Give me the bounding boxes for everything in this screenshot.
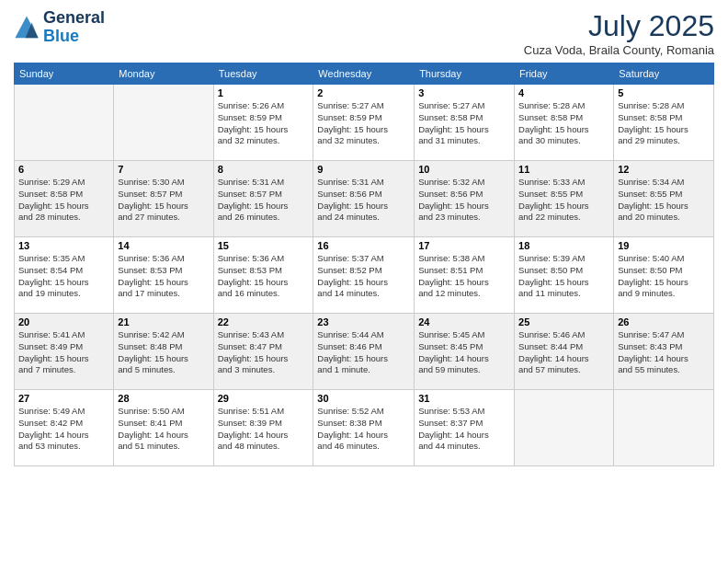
calendar-day-cell: 2Sunrise: 5:27 AMSunset: 8:59 PMDaylight… (313, 85, 415, 161)
day-info: Sunrise: 5:47 AMSunset: 8:43 PMDaylight:… (618, 329, 710, 376)
day-info: Sunrise: 5:50 AMSunset: 8:41 PMDaylight:… (118, 406, 209, 453)
day-number: 25 (518, 316, 609, 327)
calendar-day-cell: 5Sunrise: 5:28 AMSunset: 8:58 PMDaylight… (614, 85, 714, 161)
day-number: 29 (218, 393, 310, 404)
calendar-day-cell: 6Sunrise: 5:29 AMSunset: 8:58 PMDaylight… (15, 161, 114, 237)
header-saturday: Saturday (614, 63, 714, 85)
day-number: 15 (218, 240, 310, 251)
calendar-day-cell: 14Sunrise: 5:36 AMSunset: 8:53 PMDayligh… (114, 237, 213, 314)
calendar-day-cell (614, 390, 714, 466)
day-number: 19 (618, 240, 710, 251)
calendar-day-cell: 29Sunrise: 5:51 AMSunset: 8:39 PMDayligh… (213, 390, 313, 466)
day-info: Sunrise: 5:42 AMSunset: 8:48 PMDaylight:… (118, 329, 209, 376)
calendar-day-cell: 22Sunrise: 5:43 AMSunset: 8:47 PMDayligh… (213, 314, 313, 390)
calendar-week-row: 6Sunrise: 5:29 AMSunset: 8:58 PMDaylight… (15, 161, 714, 237)
day-number: 18 (518, 240, 609, 251)
calendar-day-cell: 8Sunrise: 5:31 AMSunset: 8:57 PMDaylight… (213, 161, 313, 237)
calendar-day-cell: 18Sunrise: 5:39 AMSunset: 8:50 PMDayligh… (515, 237, 614, 314)
day-info: Sunrise: 5:35 AMSunset: 8:54 PMDaylight:… (18, 253, 109, 300)
day-number: 31 (418, 393, 510, 404)
day-number: 17 (418, 240, 510, 251)
day-info: Sunrise: 5:43 AMSunset: 8:47 PMDaylight:… (218, 329, 310, 376)
calendar-day-cell: 9Sunrise: 5:31 AMSunset: 8:56 PMDaylight… (313, 161, 415, 237)
day-info: Sunrise: 5:27 AMSunset: 8:58 PMDaylight:… (418, 100, 510, 147)
day-info: Sunrise: 5:33 AMSunset: 8:55 PMDaylight:… (518, 177, 609, 224)
day-info: Sunrise: 5:36 AMSunset: 8:53 PMDaylight:… (118, 253, 209, 300)
calendar-day-cell: 25Sunrise: 5:46 AMSunset: 8:44 PMDayligh… (515, 314, 614, 390)
header-thursday: Thursday (415, 63, 515, 85)
calendar-day-cell: 12Sunrise: 5:34 AMSunset: 8:55 PMDayligh… (614, 161, 714, 237)
day-info: Sunrise: 5:27 AMSunset: 8:59 PMDaylight:… (317, 100, 410, 147)
day-number: 26 (618, 316, 710, 327)
day-number: 8 (218, 164, 310, 175)
day-info: Sunrise: 5:31 AMSunset: 8:57 PMDaylight:… (218, 177, 310, 224)
calendar-week-row: 27Sunrise: 5:49 AMSunset: 8:42 PMDayligh… (15, 390, 714, 466)
calendar-day-cell: 21Sunrise: 5:42 AMSunset: 8:48 PMDayligh… (114, 314, 213, 390)
calendar-day-cell: 15Sunrise: 5:36 AMSunset: 8:53 PMDayligh… (213, 237, 313, 314)
day-info: Sunrise: 5:52 AMSunset: 8:38 PMDaylight:… (317, 406, 410, 453)
calendar-week-row: 1Sunrise: 5:26 AMSunset: 8:59 PMDaylight… (15, 85, 714, 161)
calendar-week-row: 13Sunrise: 5:35 AMSunset: 8:54 PMDayligh… (15, 237, 714, 314)
header-wednesday: Wednesday (313, 63, 415, 85)
day-number: 23 (317, 316, 410, 327)
day-info: Sunrise: 5:53 AMSunset: 8:37 PMDaylight:… (418, 406, 510, 453)
day-info: Sunrise: 5:28 AMSunset: 8:58 PMDaylight:… (618, 100, 710, 147)
day-number: 22 (218, 316, 310, 327)
day-number: 16 (317, 240, 410, 251)
day-info: Sunrise: 5:38 AMSunset: 8:51 PMDaylight:… (418, 253, 510, 300)
day-info: Sunrise: 5:30 AMSunset: 8:57 PMDaylight:… (118, 177, 209, 224)
day-number: 11 (518, 164, 609, 175)
day-number: 30 (317, 393, 410, 404)
day-number: 27 (18, 393, 109, 404)
calendar-day-cell (515, 390, 614, 466)
day-number: 28 (118, 393, 209, 404)
day-number: 13 (18, 240, 109, 251)
logo: General Blue (14, 9, 105, 46)
calendar-day-cell: 20Sunrise: 5:41 AMSunset: 8:49 PMDayligh… (15, 314, 114, 390)
calendar-header-row: Sunday Monday Tuesday Wednesday Thursday… (15, 63, 714, 85)
day-number: 5 (618, 87, 710, 98)
calendar-day-cell: 11Sunrise: 5:33 AMSunset: 8:55 PMDayligh… (515, 161, 614, 237)
day-number: 21 (118, 316, 209, 327)
page-container: General Blue July 2025 Cuza Voda, Braila… (0, 0, 728, 476)
day-number: 10 (418, 164, 510, 175)
day-info: Sunrise: 5:37 AMSunset: 8:52 PMDaylight:… (317, 253, 410, 300)
calendar-day-cell: 4Sunrise: 5:28 AMSunset: 8:58 PMDaylight… (515, 85, 614, 161)
calendar-day-cell (15, 85, 114, 161)
calendar-day-cell: 23Sunrise: 5:44 AMSunset: 8:46 PMDayligh… (313, 314, 415, 390)
day-number: 9 (317, 164, 410, 175)
day-number: 6 (18, 164, 109, 175)
day-info: Sunrise: 5:51 AMSunset: 8:39 PMDaylight:… (218, 406, 310, 453)
calendar-day-cell: 19Sunrise: 5:40 AMSunset: 8:50 PMDayligh… (614, 237, 714, 314)
calendar-day-cell: 26Sunrise: 5:47 AMSunset: 8:43 PMDayligh… (614, 314, 714, 390)
calendar-day-cell: 7Sunrise: 5:30 AMSunset: 8:57 PMDaylight… (114, 161, 213, 237)
day-info: Sunrise: 5:29 AMSunset: 8:58 PMDaylight:… (18, 177, 109, 224)
day-info: Sunrise: 5:26 AMSunset: 8:59 PMDaylight:… (218, 100, 310, 147)
day-number: 7 (118, 164, 209, 175)
calendar-week-row: 20Sunrise: 5:41 AMSunset: 8:49 PMDayligh… (15, 314, 714, 390)
day-info: Sunrise: 5:34 AMSunset: 8:55 PMDaylight:… (618, 177, 710, 224)
day-number: 4 (518, 87, 609, 98)
header-sunday: Sunday (15, 63, 114, 85)
calendar-day-cell: 30Sunrise: 5:52 AMSunset: 8:38 PMDayligh… (313, 390, 415, 466)
header-tuesday: Tuesday (213, 63, 313, 85)
calendar-day-cell: 1Sunrise: 5:26 AMSunset: 8:59 PMDaylight… (213, 85, 313, 161)
day-number: 12 (618, 164, 710, 175)
calendar-day-cell (114, 85, 213, 161)
calendar-table: Sunday Monday Tuesday Wednesday Thursday… (14, 63, 714, 466)
day-info: Sunrise: 5:44 AMSunset: 8:46 PMDaylight:… (317, 329, 410, 376)
month-year: July 2025 (524, 9, 714, 43)
calendar-day-cell: 13Sunrise: 5:35 AMSunset: 8:54 PMDayligh… (15, 237, 114, 314)
day-info: Sunrise: 5:45 AMSunset: 8:45 PMDaylight:… (418, 329, 510, 376)
calendar-day-cell: 24Sunrise: 5:45 AMSunset: 8:45 PMDayligh… (415, 314, 515, 390)
calendar-day-cell: 28Sunrise: 5:50 AMSunset: 8:41 PMDayligh… (114, 390, 213, 466)
day-number: 1 (218, 87, 310, 98)
header: General Blue July 2025 Cuza Voda, Braila… (14, 9, 714, 57)
day-number: 24 (418, 316, 510, 327)
day-info: Sunrise: 5:36 AMSunset: 8:53 PMDaylight:… (218, 253, 310, 300)
calendar-day-cell: 16Sunrise: 5:37 AMSunset: 8:52 PMDayligh… (313, 237, 415, 314)
header-friday: Friday (515, 63, 614, 85)
day-number: 20 (18, 316, 109, 327)
title-block: July 2025 Cuza Voda, Braila County, Roma… (524, 9, 714, 57)
day-info: Sunrise: 5:39 AMSunset: 8:50 PMDaylight:… (518, 253, 609, 300)
